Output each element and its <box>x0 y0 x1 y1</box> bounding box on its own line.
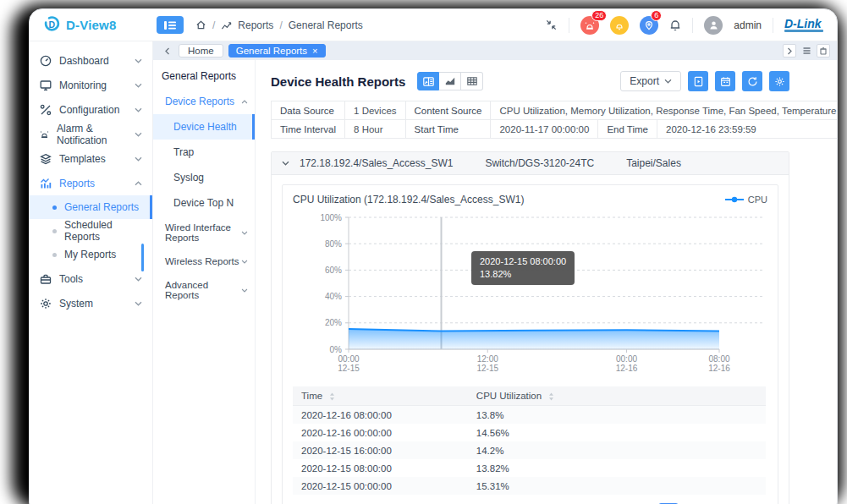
time-interval-value: 8 Hour <box>345 120 406 139</box>
layers-icon <box>40 153 52 165</box>
sidebar-scrollbar-thumb[interactable] <box>141 244 144 271</box>
sidebar-item-monitoring[interactable]: Monitoring <box>30 73 152 97</box>
sidebar-item-configuration[interactable]: Configuration <box>30 97 152 122</box>
chevron-down-icon <box>664 79 672 84</box>
sidebar-item-system[interactable]: System <box>30 291 152 315</box>
table-row[interactable]: 2020-12-15 08:00:0013.82% <box>293 459 766 477</box>
cpu-utilization-chart[interactable]: 0%20%40%60%80%100%00:0012-1512:0012-1500… <box>293 209 768 378</box>
settings-button[interactable] <box>769 71 789 91</box>
tree-group-device-reports[interactable]: Device Reports <box>153 89 255 114</box>
sidebar-item-general-reports[interactable]: General Reports <box>30 195 152 219</box>
divider <box>569 18 569 33</box>
combined-view-button[interactable] <box>417 72 439 90</box>
chevron-up-icon <box>241 100 248 104</box>
alarm-notifications-button[interactable]: 26 <box>580 16 599 35</box>
sidebar-item-templates[interactable]: Templates <box>30 146 152 171</box>
device-report-accordion: 172.18.192.4/Sales_Access_SW1 Switch/DGS… <box>271 151 789 504</box>
tree-group-advanced-reports[interactable]: Advanced Reports <box>153 273 255 307</box>
content-source-value: CPU Utilization, Memory Utilization, Res… <box>491 101 838 120</box>
sidebar-item-my-reports[interactable]: My Reports <box>30 243 152 266</box>
chart-legend[interactable]: CPU <box>725 194 767 205</box>
top-bar: D D-View8 / Reports / General Reports <box>30 9 837 41</box>
sort-icon[interactable] <box>329 392 335 401</box>
device-accordion-header[interactable]: 172.18.192.4/Sales_Access_SW1 Switch/DGS… <box>272 152 789 175</box>
dview-logo-icon: D <box>43 15 60 36</box>
chart-title: CPU Utilization (172.18.192.4/Sales_Acce… <box>293 194 524 205</box>
sort-icon[interactable] <box>548 392 554 401</box>
tab-list-button[interactable] <box>800 44 813 58</box>
chevron-down-icon <box>135 277 142 282</box>
breadcrumb: / Reports / General Reports <box>195 19 363 31</box>
report-template-button[interactable] <box>688 71 708 91</box>
column-header-time[interactable]: Time <box>293 386 468 406</box>
content-source-label: Content Source <box>405 101 491 120</box>
bullet-icon <box>52 253 57 257</box>
table-row[interactable]: 2020-12-15 00:00:0015.31% <box>293 477 766 495</box>
tree-group-wired-interface-reports[interactable]: Wired Interface Reports <box>153 216 255 249</box>
table-view-button[interactable] <box>461 72 483 90</box>
user-avatar[interactable] <box>704 16 723 35</box>
trap-notifications-button[interactable] <box>610 16 629 35</box>
collapse-sidebar-button[interactable] <box>157 16 184 34</box>
sidebar-item-scheduled-reports[interactable]: Scheduled Reports <box>30 219 152 243</box>
menu-list-icon <box>164 20 176 30</box>
tree-item-device-health[interactable]: Device Health <box>153 114 255 140</box>
fullscreen-icon[interactable] <box>545 19 558 31</box>
breadcrumb-current: General Reports <box>289 19 363 31</box>
chevron-down-icon <box>135 156 142 162</box>
gear-icon <box>774 76 785 87</box>
map-pin-icon <box>644 20 654 30</box>
notifications-bell-icon[interactable] <box>669 19 681 31</box>
breadcrumb-section[interactable]: Reports <box>238 19 273 31</box>
svg-text:40%: 40% <box>325 292 342 301</box>
chevron-down-icon <box>282 161 289 166</box>
column-header-cpu-utilization[interactable]: CPU Utilization <box>468 386 766 406</box>
app-name: D-View8 <box>66 18 116 32</box>
svg-text:D: D <box>49 19 56 29</box>
refresh-button[interactable] <box>742 71 762 91</box>
tree-group-wireless-reports[interactable]: Wireless Reports <box>153 249 255 273</box>
sidebar-item-alarm-notification[interactable]: Alarm & Notification <box>30 122 152 146</box>
close-all-tabs-button[interactable] <box>817 44 830 58</box>
reports-chart-icon <box>221 20 232 30</box>
topbar-actions: 26 6 admin D-Link <box>545 16 837 35</box>
device-model: Switch/DGS-3120-24TC <box>485 157 594 169</box>
export-button[interactable]: Export <box>620 71 681 91</box>
tree-header: General Reports <box>153 63 255 89</box>
divider <box>773 18 773 33</box>
username[interactable]: admin <box>734 19 762 31</box>
sidebar-item-dashboard[interactable]: Dashboard <box>30 48 152 73</box>
app-logo: D D-View8 <box>30 15 153 36</box>
table-row[interactable]: 2020-12-16 00:00:0014.56% <box>293 424 766 441</box>
chart-area: 0%20%40%60%80%100%00:0012-1512:0012-1500… <box>293 209 767 381</box>
tab-home[interactable]: Home <box>179 44 223 58</box>
cpu-utilization-panel: CPU Utilization (172.18.192.4/Sales_Acce… <box>282 184 778 504</box>
svg-text:0%: 0% <box>330 345 343 354</box>
home-icon[interactable] <box>195 19 206 30</box>
report-summary-table: Data Source 1 Devices Content Source CPU… <box>271 101 838 139</box>
tree-item-trap[interactable]: Trap <box>153 140 255 165</box>
divider <box>692 18 693 33</box>
end-time-label: End Time <box>598 120 657 139</box>
tools-icon <box>40 104 52 116</box>
svg-text:12-16: 12-16 <box>616 364 638 373</box>
tab-general-reports[interactable]: General Reports × <box>228 44 326 58</box>
tab-scroll-right-button[interactable] <box>783 44 796 58</box>
device-name: 172.18.192.4/Sales_Access_SW1 <box>300 157 453 169</box>
close-tab-icon[interactable]: × <box>312 47 317 56</box>
dlink-logo: D-Link <box>784 19 823 32</box>
person-icon <box>708 19 719 30</box>
table-row[interactable]: 2020-12-16 08:00:0013.8% <box>293 406 766 425</box>
sidebar-item-tools[interactable]: Tools <box>30 266 152 291</box>
tab-scroll-left-button[interactable] <box>160 44 173 58</box>
chevron-down-icon <box>135 132 142 137</box>
legend-label: CPU <box>748 194 767 205</box>
tree-item-device-top-n[interactable]: Device Top N <box>153 190 255 216</box>
table-row[interactable]: 2020-12-15 16:00:0014.2% <box>293 441 766 459</box>
sidebar-item-reports[interactable]: Reports <box>30 171 152 195</box>
chart-view-button[interactable] <box>439 72 461 90</box>
svg-text:12-15: 12-15 <box>338 364 360 373</box>
tree-item-syslog[interactable]: Syslog <box>153 165 255 190</box>
location-notifications-button[interactable]: 6 <box>640 16 658 35</box>
schedule-button[interactable] <box>715 71 735 91</box>
